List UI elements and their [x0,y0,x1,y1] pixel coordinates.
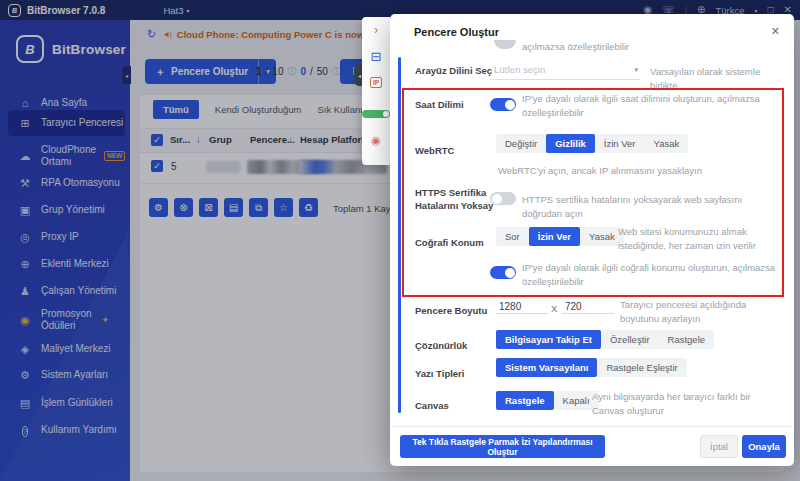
geolocation-row-label: Coğrafi Konum [415,236,484,249]
browser-section-icon[interactable]: ⊟ [362,49,390,64]
webrtc-option-privacy[interactable]: Gizlilik [546,134,595,153]
clipped-toggle[interactable] [494,40,516,49]
canvas-row-label: Canvas [415,399,449,412]
window-size-row-label: Pencere Boyutu [415,304,487,317]
size-x-label: X [551,303,557,314]
timezone-toggle[interactable] [490,98,516,111]
width-input[interactable] [496,300,548,314]
timezone-desc: IP'ye dayalı olarak ilgili saat dilimini… [522,92,780,120]
geolocation-desc: Web sitesi konumunuzu almak istediğinde,… [618,225,786,253]
cancel-button[interactable]: İptal [700,435,738,458]
resolution-option-follow[interactable]: Bilgisayarı Takip Et [496,330,601,349]
canvas-option-random[interactable]: Rastgele [496,391,554,410]
chevron-right-icon[interactable]: › [362,23,390,37]
modal-section-rail: › ⊟ IP ◉ [362,17,390,165]
generate-fingerprint-button[interactable]: Tek Tıkla Rastgele Parmak İzi Yapılandır… [400,435,605,458]
webrtc-option-replace[interactable]: Değiştir [496,134,546,153]
geolocation-toggle-desc: IP'ye dayalı olarak ilgili coğrafi konum… [522,261,780,289]
height-input[interactable] [562,300,614,314]
window-size-desc: Tarayıcı penceresi açıldığında boyutunu … [620,298,778,326]
language-row-label: Arayüz Dilini Seç [415,64,492,77]
select-placeholder: Lütfen seçin [494,64,545,75]
ip-section-icon[interactable]: IP [362,79,390,86]
chevron-down-icon: ▾ [634,66,638,74]
webrtc-option-allow[interactable]: İzin Ver [595,134,645,153]
webrtc-desc: WebRTC'yi açın, ancak IP alınmasını yasa… [498,164,778,178]
webrtc-row-label: WebRTC [415,144,454,157]
ui-language-select[interactable]: Lütfen seçin ▾ [490,62,640,80]
clipped-toggle-desc: açılmazsa özelleştirilebilir [522,40,629,54]
modal-scrollbar[interactable] [398,57,401,413]
canvas-segmented: Rastgele Kapalı [496,391,599,410]
confirm-button[interactable]: Onayla [742,435,786,458]
https-desc: HTTPS sertifika hatalarını yoksayarak we… [522,193,784,221]
webrtc-segmented: Değiştir Gizlilik İzin Ver Yasak [496,134,688,153]
canvas-desc: Aynı bilgisayarda her tarayıcı farklı bi… [592,390,782,418]
language-row-hint: Varsayılan olarak sistemle birlikte [650,65,785,93]
fonts-option-random[interactable]: Rastgele Eşleştir [597,358,686,377]
fingerprint-section-icon[interactable]: ◉ [362,134,390,147]
create-window-modal: Pencere Oluştur ✕ açılmazsa özelleştiril… [390,14,794,466]
geolocation-segmented: Sor İzin Ver Yasak [496,227,624,246]
timezone-row-label: Saat Dilimi [415,98,464,111]
geo-option-allow[interactable]: İzin Ver [529,227,580,246]
modal-footer: Tek Tıkla Rastgele Parmak İzi Yapılandır… [390,426,794,466]
https-ignore-toggle[interactable] [490,192,516,205]
modal-title: Pencere Oluştur [414,26,499,38]
resolution-segmented: Bilgisayarı Takip Et Özelleştir Rastgele [496,330,714,349]
geolocation-ip-toggle[interactable] [490,266,516,279]
resolution-option-custom[interactable]: Özelleştir [601,330,659,349]
modal-close-icon[interactable]: ✕ [771,25,780,38]
resolution-row-label: Çözünürlük [415,339,467,352]
webrtc-option-forbid[interactable]: Yasak [645,134,689,153]
ip-label: IP [370,77,382,88]
resolution-option-random[interactable]: Rastgele [659,330,715,349]
fonts-option-system[interactable]: Sistem Varsayılanı [496,358,597,377]
geo-option-ask[interactable]: Sor [496,227,529,246]
toggle-icon [362,110,390,118]
fonts-row-label: Yazı Tipleri [415,367,464,380]
fonts-segmented: Sistem Varsayılanı Rastgele Eşleştir [496,358,687,377]
